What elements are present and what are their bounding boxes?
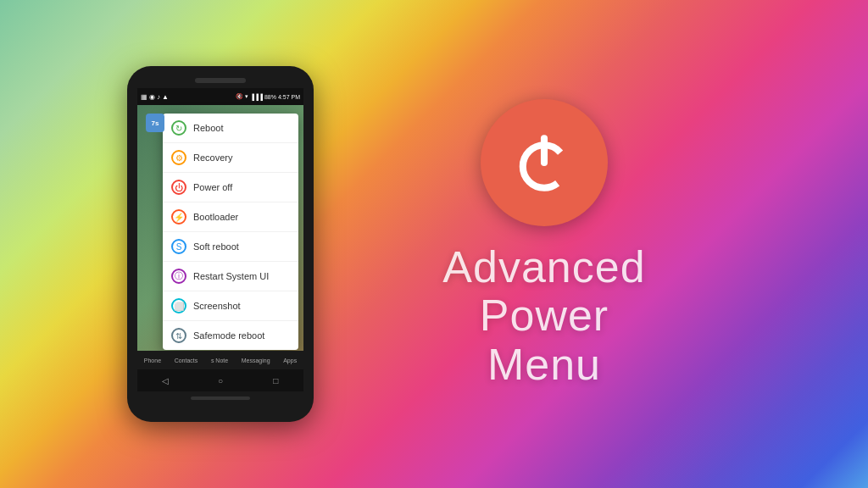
app-tab[interactable]: Contacts bbox=[175, 358, 198, 363]
phone-screen: ▦ ◉ ♪ ▲ 🔇 ▾ ▐▐▐ 88% 4:57 PM bbox=[137, 88, 303, 351]
menu-item-label: Screenshot bbox=[193, 301, 241, 311]
menu-item[interactable]: ⬜Screenshot bbox=[163, 291, 298, 321]
menu-item-label: Bootloader bbox=[193, 212, 238, 222]
menu-item[interactable]: ⇅Safemode reboot bbox=[163, 321, 298, 350]
menu-item[interactable]: ⏻Power off bbox=[163, 173, 298, 202]
status-time: 4:57 PM bbox=[278, 94, 300, 100]
app-tab[interactable]: s Note bbox=[211, 358, 228, 363]
recent-button[interactable]: □ bbox=[270, 374, 281, 386]
menu-badge: 7s bbox=[146, 114, 164, 132]
menu-item-icon: ⇅ bbox=[171, 328, 186, 343]
phone-home-bar bbox=[191, 396, 250, 400]
menu-item[interactable]: ↻Reboot bbox=[163, 114, 298, 143]
status-battery: 88% bbox=[264, 94, 276, 100]
app-tab[interactable]: Messaging bbox=[242, 358, 270, 363]
screen-background: 7s ↻Reboot⚙Recovery⏻Power off⚡Bootloader… bbox=[137, 105, 303, 351]
phone-speaker bbox=[195, 78, 246, 83]
status-icon-2: ◉ bbox=[149, 93, 155, 101]
menu-item-label: Restart System UI bbox=[193, 271, 269, 281]
menu-item[interactable]: ⚡Bootloader bbox=[163, 202, 298, 232]
home-button[interactable]: ○ bbox=[214, 374, 226, 386]
title-line-2: Power bbox=[442, 291, 645, 340]
status-wifi: ▾ bbox=[245, 93, 248, 100]
menu-item-label: Recovery bbox=[193, 152, 232, 163]
menu-item[interactable]: ⚙Recovery bbox=[163, 143, 298, 173]
status-signal: ▐▐▐ bbox=[250, 94, 263, 100]
power-icon bbox=[506, 125, 582, 201]
app-tab[interactable]: Apps bbox=[283, 358, 297, 363]
menu-item[interactable]: SSoft reboot bbox=[163, 232, 298, 262]
status-icon-3: ♪ bbox=[157, 93, 160, 101]
menu-item-label: Soft reboot bbox=[193, 241, 239, 252]
status-icon-4: ▲ bbox=[162, 93, 169, 101]
power-circle bbox=[481, 99, 608, 226]
status-left: ▦ ◉ ♪ ▲ bbox=[141, 93, 169, 101]
status-mute: 🔇 bbox=[236, 93, 243, 100]
menu-item-label: Power off bbox=[193, 182, 232, 192]
menu-item-icon: ↻ bbox=[171, 120, 186, 136]
menu-item-icon: ⏻ bbox=[171, 180, 186, 195]
app-tab[interactable]: Phone bbox=[144, 358, 161, 363]
menu-item-icon: ⓘ bbox=[171, 269, 186, 284]
main-content: ▦ ◉ ♪ ▲ 🔇 ▾ ▐▐▐ 88% 4:57 PM bbox=[0, 0, 868, 488]
menu-item-icon: ⚡ bbox=[171, 209, 186, 225]
power-menu: ↻Reboot⚙Recovery⏻Power off⚡BootloaderSSo… bbox=[163, 114, 298, 350]
menu-item-icon: S bbox=[171, 239, 186, 254]
title-line-1: Advanced bbox=[442, 243, 645, 291]
title-line-3: Menu bbox=[442, 341, 645, 389]
menu-item-label: Safemode reboot bbox=[193, 330, 264, 341]
nav-bar: ◁ ○ □ bbox=[137, 369, 303, 391]
phone-device: ▦ ◉ ♪ ▲ 🔇 ▾ ▐▐▐ 88% 4:57 PM bbox=[127, 66, 314, 422]
title-block: Advanced Power Menu bbox=[442, 243, 645, 389]
menu-item-icon: ⬜ bbox=[171, 298, 186, 313]
status-right: 🔇 ▾ ▐▐▐ 88% 4:57 PM bbox=[236, 93, 300, 100]
menu-item-label: Reboot bbox=[193, 123, 223, 133]
back-button[interactable]: ◁ bbox=[159, 374, 171, 386]
menu-item[interactable]: ⓘRestart System UI bbox=[163, 262, 298, 291]
app-tabs: PhoneContactss NoteMessagingApps bbox=[137, 351, 303, 369]
menu-item-icon: ⚙ bbox=[171, 150, 186, 165]
status-bar: ▦ ◉ ♪ ▲ 🔇 ▾ ▐▐▐ 88% 4:57 PM bbox=[137, 88, 303, 105]
status-icon-1: ▦ bbox=[141, 93, 147, 101]
phone-container: ▦ ◉ ♪ ▲ 🔇 ▾ ▐▐▐ 88% 4:57 PM bbox=[127, 66, 314, 422]
